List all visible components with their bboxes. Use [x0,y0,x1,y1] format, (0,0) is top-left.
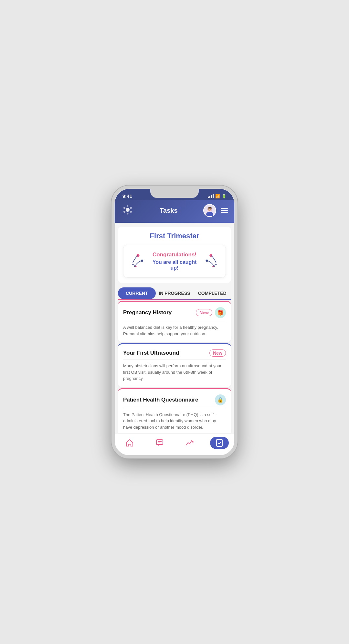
trimester-title: First Trimester [123,232,226,240]
congrats-subtitle: You are all caught up! [151,259,199,271]
svg-point-4 [130,211,132,213]
task-description: A well balanced diet is key for a health… [123,321,226,337]
task-card-header: Patient Health Questionnaire 🔒 [123,394,226,405]
header-title: Tasks [160,207,177,214]
status-icons: 📶 🔋 [208,194,227,199]
task-title: Your First Ultrasound [123,350,179,356]
chart-icon [185,439,194,447]
power-button [236,234,238,253]
congrats-card: Congratulations! You are all caught up! [123,245,226,278]
svg-point-0 [126,208,130,212]
vol-up-button [111,228,113,238]
task-card-pregnancy-history[interactable]: Pregnancy History New 🎁 A well balanced … [118,301,231,342]
tab-completed[interactable]: COMPLETED [193,287,231,299]
avatar[interactable] [203,204,216,217]
tabs-underline [118,299,231,300]
badge-new: New [196,309,212,316]
svg-point-11 [208,209,209,209]
chat-icon [155,439,164,447]
trimester-section: First Trimester Congratulations! You are… [118,227,231,283]
svg-point-2 [130,207,132,209]
svg-point-5 [127,205,129,207]
app-header: Tasks [115,200,234,223]
lock-icon: 🔒 [215,394,226,405]
congrats-title: Congratulations! [151,252,199,258]
main-content: First Trimester Congratulations! You are… [115,223,234,455]
svg-point-22 [192,441,194,443]
task-badges: New [209,349,226,357]
nav-home[interactable] [120,437,139,449]
task-card-phq[interactable]: Patient Health Questionnaire 🔒 The Patie… [118,388,231,436]
task-description: The Patient Health Questionnaire (PHQ) i… [123,408,226,431]
nav-tasks[interactable] [210,437,229,449]
vol-down-button [111,242,113,252]
svg-rect-23 [217,439,222,446]
svg-rect-19 [156,440,163,445]
task-card-ultrasound[interactable]: Your First Ultrasound New Many obstetric… [118,343,231,387]
tasks-icon [215,439,224,447]
nav-chat[interactable] [150,437,169,449]
status-time: 9:41 [122,193,132,199]
svg-point-12 [210,209,211,209]
phone-frame: 9:41 📶 🔋 [111,186,238,458]
battery-icon: 🔋 [222,194,227,199]
tab-current[interactable]: CURRENT [118,287,156,299]
gift-icon: 🎁 [215,307,226,318]
hamburger-menu-icon[interactable] [221,208,228,213]
congrats-text: Congratulations! You are all caught up! [151,252,199,271]
phone-screen: 9:41 📶 🔋 [115,189,234,455]
confetti-left [130,252,147,271]
bottom-nav [115,433,234,455]
task-description: Many obstetricians will perform an ultra… [123,359,226,382]
nav-chart[interactable] [180,437,199,449]
task-title: Pregnancy History [123,309,172,316]
tabs-container: CURRENT IN PROGRESS COMPLETED [118,287,231,299]
task-badges: 🔒 [215,394,226,405]
notch [150,189,199,198]
header-right [203,204,228,217]
confetti-right [202,252,219,271]
svg-point-6 [127,213,129,215]
wifi-icon: 📶 [215,194,220,199]
task-card-header: Your First Ultrasound New [123,349,226,357]
app-logo [121,203,134,218]
task-title: Patient Health Questionnaire [123,397,198,403]
tab-in-progress[interactable]: IN PROGRESS [156,287,194,299]
task-badges: New 🎁 [196,307,226,318]
home-icon [125,439,134,447]
task-card-header: Pregnancy History New 🎁 [123,307,226,318]
badge-new: New [209,349,226,357]
signal-icon [208,194,214,198]
svg-point-3 [123,211,125,213]
svg-point-1 [123,207,125,209]
